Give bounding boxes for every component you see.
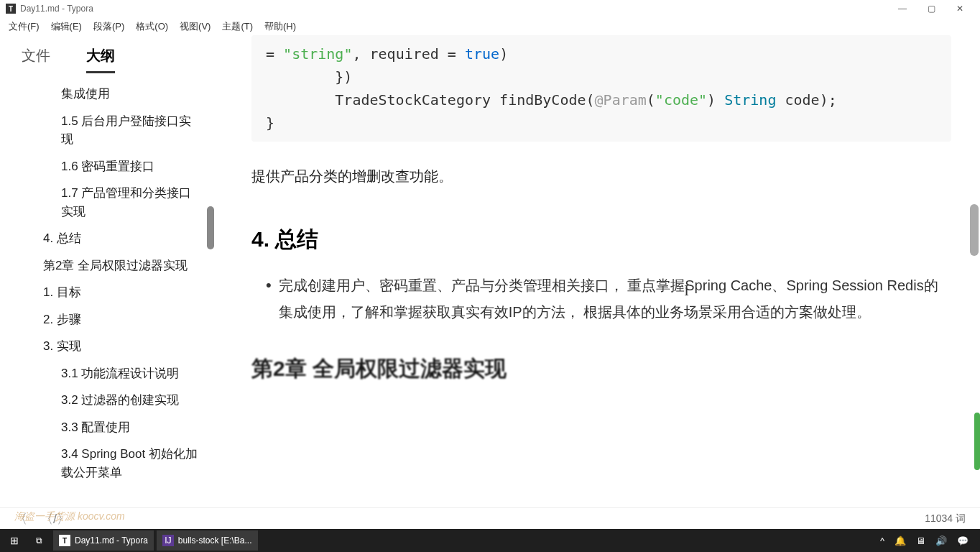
main-area: 文件 大纲 集成使用 1.5 后台用户登陆接口实现 1.6 密码重置接口 1.7… bbox=[0, 35, 980, 507]
code-annotation: @Param bbox=[595, 91, 647, 109]
tray-chevron-icon[interactable]: ^ bbox=[880, 535, 884, 546]
outline-item[interactable]: 1.7 产品管理和分类接口实现 bbox=[0, 180, 216, 225]
window-title: Day11.md - Typora bbox=[20, 4, 93, 14]
outline-item[interactable]: 3.1 功能流程设计说明 bbox=[0, 360, 216, 387]
code-text: TradeStockCategory findByCode( bbox=[266, 91, 595, 109]
taskbar-typora[interactable]: T Day11.md - Typora bbox=[53, 530, 154, 551]
outline-item[interactable]: 1.5 后台用户登陆接口实现 bbox=[0, 108, 216, 153]
outline-item[interactable]: 3. 实现 bbox=[0, 333, 216, 360]
statusbar: 〈 〈/〉 11034 词 bbox=[0, 507, 980, 529]
sidebar-tabs: 文件 大纲 bbox=[0, 35, 216, 73]
outline-item[interactable]: 1.6 密码重置接口 bbox=[0, 153, 216, 180]
outline-item[interactable]: 集成使用 bbox=[0, 80, 216, 108]
menu-file[interactable]: 文件(F) bbox=[4, 19, 44, 34]
titlebar: T Day11.md - Typora — ▢ ✕ bbox=[0, 0, 980, 18]
editor-scrollbar-track bbox=[973, 35, 980, 507]
code-text: ) bbox=[707, 91, 724, 109]
outline-item[interactable]: 3.4 Spring Boot 初始化加载公开菜单 bbox=[0, 441, 216, 486]
outline-item[interactable]: 3.3 配置使用 bbox=[0, 414, 216, 441]
taskbar-idea[interactable]: IJ bulls-stock [E:\Ba... bbox=[157, 530, 258, 551]
tray-volume-icon[interactable]: 🔊 bbox=[935, 535, 947, 546]
code-string: "string" bbox=[283, 45, 352, 63]
source-mode-icon[interactable]: 〈/〉 bbox=[40, 510, 70, 528]
word-count[interactable]: 11034 词 bbox=[925, 512, 966, 525]
menu-edit[interactable]: 编辑(E) bbox=[47, 19, 86, 34]
tray-network-icon[interactable]: 🖥 bbox=[916, 535, 925, 546]
code-text: = bbox=[266, 45, 283, 63]
system-tray: ^ 🔔 🖥 🔊 💬 bbox=[880, 535, 976, 546]
outline-item[interactable]: 2. 步骤 bbox=[0, 306, 216, 334]
code-text: } bbox=[266, 111, 937, 134]
bullet-text: 完成创建用户、密码重置、产品与分类管理相关接口， 重点掌握Spring Cach… bbox=[279, 272, 951, 326]
sidebar: 文件 大纲 集成使用 1.5 后台用户登陆接口实现 1.6 密码重置接口 1.7… bbox=[0, 35, 216, 507]
code-text: }) bbox=[266, 65, 937, 88]
list-item[interactable]: • 完成创建用户、密码重置、产品与分类管理相关接口， 重点掌握Spring Ca… bbox=[266, 272, 951, 326]
close-button[interactable]: ✕ bbox=[946, 0, 974, 18]
outline-item[interactable]: 4. 总结 bbox=[0, 225, 216, 252]
status-left: 〈 〈/〉 bbox=[14, 510, 70, 528]
code-text: ) bbox=[499, 45, 508, 63]
code-keyword: true bbox=[465, 45, 499, 63]
outline-item[interactable]: 1. 目标 bbox=[0, 279, 216, 306]
app-icon: T bbox=[6, 4, 16, 14]
menu-theme[interactable]: 主题(T) bbox=[218, 19, 257, 34]
heading-partial[interactable]: 第2章 全局权限过滤器实现 bbox=[251, 354, 951, 384]
outline-item[interactable]: 3.2 过滤器的创建实现 bbox=[0, 387, 216, 414]
taskbar: ⊞ ⧉ T Day11.md - Typora IJ bulls-stock [… bbox=[0, 529, 980, 552]
code-text: code); bbox=[776, 91, 836, 109]
heading-summary[interactable]: 4. 总结 bbox=[251, 225, 951, 254]
editor[interactable]: = "string", required = true) }) TradeSto… bbox=[216, 35, 980, 507]
code-text: ( bbox=[647, 91, 655, 109]
bullet-icon: • bbox=[266, 272, 272, 326]
tab-outline[interactable]: 大纲 bbox=[86, 46, 115, 73]
code-type: String bbox=[724, 91, 776, 109]
outline-item[interactable]: 第2章 全局权限过滤器实现 bbox=[0, 252, 216, 280]
menubar: 文件(F) 编辑(E) 段落(P) 格式(O) 视图(V) 主题(T) 帮助(H… bbox=[0, 18, 980, 35]
maximize-button[interactable]: ▢ bbox=[917, 0, 946, 18]
sidebar-scrollbar[interactable] bbox=[207, 206, 214, 249]
editor-scroll-marker[interactable] bbox=[974, 413, 980, 470]
tray-notification-icon[interactable]: 🔔 bbox=[895, 535, 906, 546]
back-icon[interactable]: 〈 bbox=[14, 510, 27, 528]
window-controls: — ▢ ✕ bbox=[888, 0, 974, 18]
tray-action-center-icon[interactable]: 💬 bbox=[957, 535, 969, 546]
code-block[interactable]: = "string", required = true) }) TradeSto… bbox=[251, 35, 951, 142]
editor-scrollbar[interactable] bbox=[970, 204, 979, 256]
code-text: , required = bbox=[352, 45, 465, 63]
menu-view[interactable]: 视图(V) bbox=[175, 19, 215, 34]
minimize-button[interactable]: — bbox=[888, 0, 917, 18]
menu-help[interactable]: 帮助(H) bbox=[260, 19, 300, 34]
tab-files[interactable]: 文件 bbox=[22, 46, 50, 73]
editor-content[interactable]: = "string", required = true) }) TradeSto… bbox=[216, 35, 980, 507]
taskbar-idea-label: bulls-stock [E:\Ba... bbox=[178, 535, 252, 546]
paragraph[interactable]: 提供产品分类的增删改查功能。 bbox=[251, 163, 951, 189]
outline-list[interactable]: 集成使用 1.5 后台用户登陆接口实现 1.6 密码重置接口 1.7 产品管理和… bbox=[0, 73, 216, 507]
menu-paragraph[interactable]: 段落(P) bbox=[89, 19, 129, 34]
taskbar-typora-label: Day11.md - Typora bbox=[75, 535, 148, 546]
start-button[interactable]: ⊞ bbox=[4, 530, 24, 551]
task-view-button[interactable]: ⧉ bbox=[27, 530, 50, 551]
code-string: "code" bbox=[655, 91, 707, 109]
title-area: T Day11.md - Typora bbox=[6, 4, 93, 14]
menu-format[interactable]: 格式(O) bbox=[131, 19, 172, 34]
